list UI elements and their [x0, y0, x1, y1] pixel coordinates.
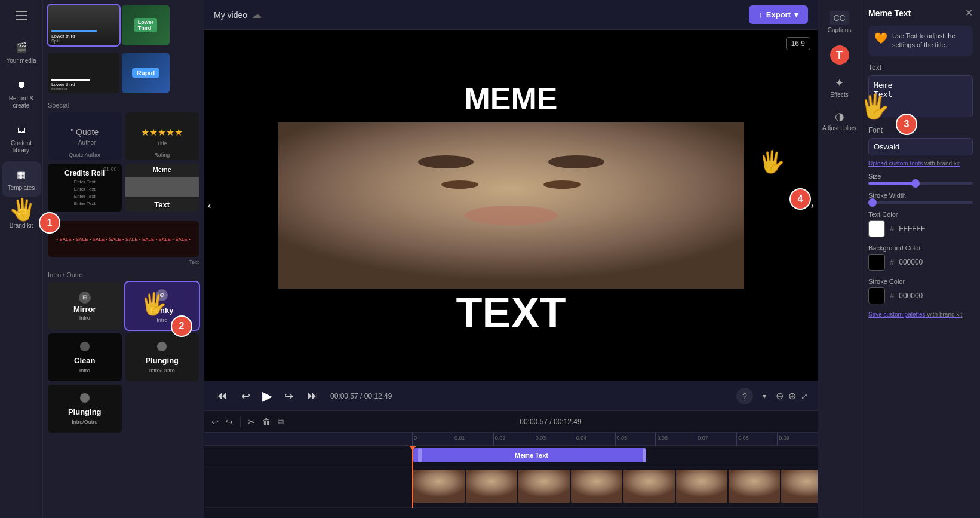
zoom-out-button[interactable]: ⊖	[776, 390, 784, 401]
stroke-color-swatch[interactable]	[868, 287, 885, 304]
cloud-save-icon: ☁	[252, 9, 262, 20]
export-button[interactable]: ↑ Export ▾	[749, 5, 808, 24]
rp-text[interactable]: T	[813, 41, 867, 69]
tip-box: 🧡 Use Text to adjust the settings of the…	[868, 26, 973, 56]
sidebar-label-content-library: Content library	[6, 140, 37, 154]
template-quote-author[interactable]: " Quote – Author Quote Author	[48, 112, 122, 160]
video-preview: Meme Text ‹ › 16:9	[204, 30, 818, 381]
export-label: Export	[766, 10, 791, 19]
top-template-row: Lower third Split LowerThird	[43, 0, 204, 48]
timeline-tracks: Meme Text	[204, 446, 818, 508]
total-time: 00:12.49	[364, 392, 392, 400]
film-frame-5	[623, 470, 675, 503]
template-sale-ticker[interactable]: • SALE • SALE • SALE • SALE • SALE • SAL…	[48, 221, 199, 257]
rp-adjust-colors[interactable]: ◑ Adjust colors	[813, 105, 867, 136]
sidebar-item-your-media[interactable]: 🎬 Your media	[2, 34, 41, 69]
timeline-toolbar: ↩ ↪ ✂ 🗑 ⧉ 00:00.57 / 00:12.49	[204, 411, 818, 433]
help-button[interactable]: ?	[736, 388, 753, 404]
stroke-color-label: Stroke Color	[868, 278, 973, 285]
timeline-delete-button[interactable]: 🗑	[262, 417, 271, 427]
record-create-icon: ⏺	[13, 76, 30, 93]
clean-sub: Intro	[79, 367, 90, 373]
timeline-ruler: 0 0:01 0:02 0:03 0:04 0:05 0:06 0:07 0:0…	[204, 433, 818, 446]
rp-captions[interactable]: CC Captions	[813, 6, 867, 38]
template-lower-third-green[interactable]: LowerThird	[122, 5, 170, 45]
transport-bar: ⏮ ↩ ▶ ↪ ⏭ 00:00.57 / 00:12.49 ? ▾ ⊖ ⊕ ⤢	[204, 381, 818, 410]
prop-title: Meme Text	[868, 8, 911, 18]
text-input[interactable]: Meme Text	[868, 75, 973, 117]
preview-prev-button[interactable]: ‹	[204, 193, 214, 218]
tl-total-time: 00:12.49	[554, 418, 582, 426]
mirror-sub: Intro	[79, 315, 90, 321]
timeline-collapse-button[interactable]: ▾	[763, 392, 766, 400]
zoom-in-button[interactable]: ⊕	[788, 390, 796, 401]
meme-bot-text: Text	[278, 289, 744, 336]
aspect-ratio-badge: 16:9	[786, 37, 810, 50]
top-bar: My video ☁ ↑ Export ▾	[204, 0, 818, 30]
template-lower-third-minimal[interactable]: Lower third Minimalist	[48, 53, 119, 93]
sidebar-item-brand-kit[interactable]: 🏷 Brand kit	[2, 199, 41, 234]
text-color-swatch[interactable]	[868, 220, 885, 237]
effects-label: Effects	[830, 91, 848, 98]
intro-outro-grid: ⊞ Mirror Intro ⊕ Funky Intro Clean Intro…	[43, 280, 204, 435]
template-plunging[interactable]: Plunging Intro/Outro	[125, 333, 199, 381]
forward-button[interactable]: ↪	[282, 387, 296, 405]
meme-text-track[interactable]: Meme Text	[413, 448, 646, 462]
left-sidebar: 🎬 Your media ⏺ Record & create 🗂 Content…	[0, 0, 43, 518]
svg-rect-0	[16, 11, 27, 12]
template-funky[interactable]: ⊕ Funky Intro	[125, 282, 199, 330]
text-color-label: Text Color	[868, 211, 973, 218]
rp-effects[interactable]: ✦ Effects	[813, 72, 867, 103]
template-lower-third-blue[interactable]: Lower third Split	[48, 5, 119, 45]
play-button[interactable]: ▶	[262, 388, 272, 404]
lt-text-label: Lower third	[51, 33, 75, 39]
film-frame-2	[466, 470, 517, 503]
prop-header: Meme Text ✕	[868, 7, 973, 19]
template-rapid[interactable]: Rapid	[122, 53, 170, 93]
template-meme[interactable]: Meme Text Add to timeline	[125, 164, 199, 212]
bg-color-swatch[interactable]	[868, 254, 885, 271]
skip-back-button[interactable]: ⏮	[214, 387, 229, 404]
meme-text-track-row: Meme Text	[204, 446, 818, 467]
timeline-copy-button[interactable]: ⧉	[278, 416, 284, 427]
plunging-sub: Intro/Outro	[149, 367, 175, 373]
timeline-cut-button[interactable]: ✂	[248, 417, 255, 427]
second-template-row: Lower third Minimalist Rapid	[43, 48, 204, 96]
bg-color-hex: 000000	[899, 258, 923, 266]
sidebar-item-templates[interactable]: ▦ Templates	[2, 161, 41, 197]
sidebar-item-record-create[interactable]: ⏺ Record & create	[2, 72, 41, 114]
lt-mini-sub-label: Minimalist	[51, 87, 67, 91]
template-plunging2[interactable]: Plunging Intro/Outro	[48, 385, 122, 433]
plunging2-sub: Intro/Outro	[72, 419, 97, 425]
timeline-redo-button[interactable]: ↪	[226, 417, 233, 427]
preview-next-button[interactable]: ›	[807, 193, 818, 218]
zoom-controls: ⊖ ⊕ ⤢	[776, 390, 808, 401]
save-palette-link[interactable]: Save custom palettes with brand kit	[868, 311, 973, 318]
template-clean[interactable]: Clean Intro	[48, 333, 122, 381]
menu-icon[interactable]	[11, 6, 32, 27]
skip-forward-button[interactable]: ⏭	[305, 387, 321, 404]
current-time: 00:00.57	[330, 392, 358, 400]
sidebar-item-content-library[interactable]: 🗂 Content library	[2, 117, 41, 159]
stroke-slider-thumb[interactable]	[868, 198, 877, 207]
stroke-width-slider[interactable]	[868, 201, 973, 204]
timeline-undo-button[interactable]: ↩	[211, 417, 219, 427]
tip-emoji: 🧡	[874, 32, 887, 45]
template-credits-roll[interactable]: Credits Roll Enter Text Enter Text Enter…	[48, 164, 122, 212]
expand-timeline-button[interactable]: ⤢	[801, 391, 808, 401]
template-mirror[interactable]: ⊞ Mirror Intro	[48, 282, 122, 330]
prop-close-button[interactable]: ✕	[965, 7, 973, 19]
size-slider[interactable]	[868, 182, 973, 185]
plunging2-icon	[80, 393, 90, 403]
size-slider-thumb[interactable]	[911, 179, 920, 188]
content-library-icon: 🗂	[13, 121, 30, 138]
lt-mini-text-label: Lower third	[51, 82, 75, 87]
mirror-icon: ⊞	[79, 292, 91, 304]
track-handle-right[interactable]	[643, 448, 646, 462]
upload-fonts-link[interactable]: Upload custom fonts with brand kit	[868, 160, 973, 167]
rewind-button[interactable]: ↩	[239, 387, 253, 405]
template-rating[interactable]: ★★★★★ Title Rating	[125, 112, 199, 160]
font-section-label: Font	[868, 126, 973, 134]
font-selector[interactable]: Oswald	[868, 138, 973, 155]
rating-card-label: Rating	[125, 152, 199, 158]
